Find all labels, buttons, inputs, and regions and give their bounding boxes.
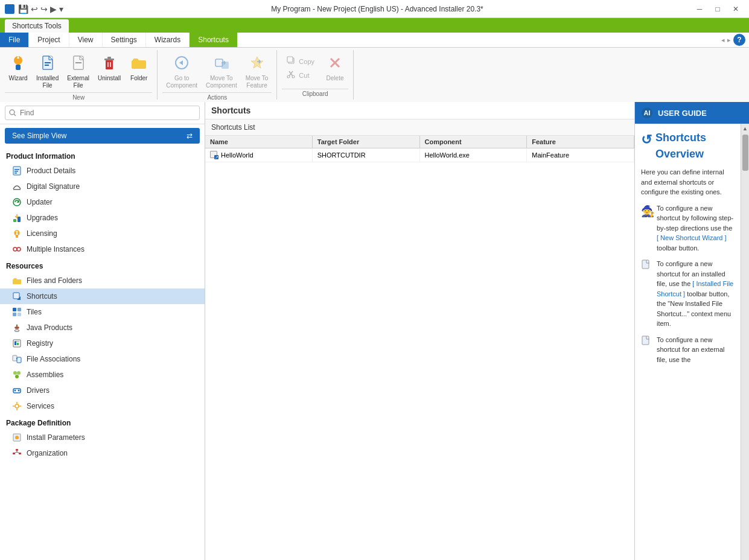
assemblies-icon <box>12 370 22 380</box>
assemblies-label: Assemblies <box>27 371 63 379</box>
search-box <box>0 102 205 124</box>
sidebar-item-assemblies[interactable]: Assemblies <box>0 367 205 383</box>
file-associations-icon <box>12 354 22 364</box>
svg-point-59 <box>15 404 19 408</box>
cut-label: Cut <box>299 72 309 79</box>
installed-file-button[interactable]: InstalledFile <box>33 52 62 91</box>
wizard-button[interactable]: Wizard <box>5 52 31 84</box>
sidebar-item-tiles[interactable]: Tiles <box>0 304 205 320</box>
tiles-label: Tiles <box>27 308 42 316</box>
guide-title-text: Shortcuts Overview <box>655 130 735 162</box>
svg-point-53 <box>13 371 17 375</box>
go-to-component-button[interactable]: Go toComponent <box>162 52 201 91</box>
redo-icon[interactable]: ↪ <box>40 4 48 14</box>
tab-wizards[interactable]: Wizards <box>146 33 190 47</box>
user-guide-label: USER GUIDE <box>658 109 707 118</box>
section-package-definition: Package Definition <box>0 414 205 430</box>
shortcuts-icon <box>12 291 22 301</box>
ribbon-group-actions: Go toComponent Move ToComponent Move ToF… <box>158 50 277 100</box>
dropdown-icon[interactable]: ▾ <box>59 4 63 14</box>
folder-button[interactable]: Folder <box>126 52 152 84</box>
external-file-button[interactable]: ExternalFile <box>63 52 93 91</box>
multiple-instances-label: Multiple Instances <box>27 245 84 253</box>
svg-point-55 <box>15 375 19 378</box>
shortcuts-label: Shortcuts <box>27 292 57 301</box>
svg-rect-36 <box>18 232 19 234</box>
content-title: Shortcuts <box>205 102 634 119</box>
save-icon[interactable]: 💾 <box>18 4 28 14</box>
close-button[interactable]: ✕ <box>727 3 744 15</box>
sidebar-item-licensing[interactable]: Licensing <box>0 226 205 241</box>
table-empty-area <box>205 162 634 560</box>
sidebar-item-digital-signature[interactable]: Digital Signature <box>0 179 205 194</box>
sidebar-item-updater[interactable]: Updater <box>0 194 205 210</box>
svg-rect-43 <box>13 313 16 316</box>
shortcuts-list-header: Shortcuts List <box>205 119 634 136</box>
tab-view[interactable]: View <box>69 33 103 47</box>
shortcuts-tools-tab[interactable]: Shortcuts Tools <box>5 19 69 33</box>
guide-scroll-thumb[interactable] <box>742 135 748 171</box>
col-name: Name <box>205 136 313 148</box>
undo-icon[interactable]: ↩ <box>31 4 38 14</box>
svg-rect-75 <box>642 336 649 345</box>
svg-rect-66 <box>16 449 18 451</box>
ribbon: Wizard InstalledFile ExternalFile <box>0 48 749 102</box>
uninstall-button[interactable]: Uninstall <box>94 52 124 84</box>
sidebar-item-organization[interactable]: Organization <box>0 445 205 461</box>
sidebar-item-files-and-folders[interactable]: Files and Folders <box>0 273 205 288</box>
go-to-component-label: Go toComponent <box>166 75 197 89</box>
drivers-label: Drivers <box>27 386 49 395</box>
tab-file[interactable]: File <box>0 33 29 47</box>
sidebar-item-services[interactable]: Services <box>0 398 205 414</box>
svg-rect-12 <box>110 62 111 67</box>
help-button[interactable]: ? <box>733 34 745 46</box>
simple-view-button[interactable]: See Simple View ⇄ <box>5 128 200 144</box>
sidebar-item-drivers[interactable]: Drivers <box>0 383 205 398</box>
sidebar-item-install-parameters[interactable]: Install Parameters <box>0 430 205 445</box>
move-to-feature-button[interactable]: Move ToFeature <box>242 52 272 91</box>
svg-point-45 <box>14 330 19 332</box>
tab-shortcuts[interactable]: Shortcuts <box>190 33 238 47</box>
move-to-component-icon <box>213 54 230 74</box>
cut-button[interactable]: Cut <box>282 69 318 81</box>
col-target-folder: Target Folder <box>313 136 420 148</box>
delete-icon <box>327 54 343 74</box>
scroll-left[interactable]: ◂ <box>721 36 725 44</box>
organization-label: Organization <box>27 449 68 457</box>
install-parameters-icon <box>12 433 22 442</box>
move-to-component-button[interactable]: Move ToComponent <box>202 52 241 91</box>
search-input[interactable] <box>5 106 200 120</box>
multiple-instances-icon <box>12 244 22 254</box>
delete-button[interactable]: Delete <box>322 52 348 84</box>
guide-scroll-up[interactable]: ▲ <box>741 124 749 133</box>
file-associations-label: File Associations <box>27 355 80 363</box>
minimize-button[interactable]: ─ <box>691 3 708 15</box>
copy-button[interactable]: Copy <box>282 55 318 68</box>
svg-point-37 <box>13 247 17 251</box>
installed-file-icon <box>39 54 56 74</box>
licensing-icon <box>12 229 22 238</box>
tab-project[interactable]: Project <box>29 33 69 47</box>
table-row[interactable]: ↗ HelloWorld SHORTCUTDIR HelloWorld.exe … <box>205 148 634 162</box>
maximize-button[interactable]: □ <box>709 3 726 15</box>
move-to-component-label: Move ToComponent <box>206 75 237 89</box>
sidebar-item-registry[interactable]: Registry <box>0 336 205 351</box>
registry-label: Registry <box>27 339 53 348</box>
sidebar-item-product-details[interactable]: Product Details <box>0 163 205 179</box>
move-to-feature-label: Move ToFeature <box>246 75 269 89</box>
tab-settings[interactable]: Settings <box>103 33 146 47</box>
svg-rect-1 <box>16 65 21 70</box>
sidebar-item-java-products[interactable]: Java Products <box>0 320 205 336</box>
sidebar-item-shortcuts[interactable]: Shortcuts <box>0 288 205 304</box>
svg-rect-32 <box>18 217 21 222</box>
sidebar-item-file-associations[interactable]: File Associations <box>0 351 205 367</box>
svg-rect-74 <box>642 260 649 269</box>
sidebar-item-upgrades[interactable]: Upgrades <box>0 210 205 226</box>
go-to-component-icon <box>173 54 190 74</box>
ribbon-new-items: Wizard InstalledFile ExternalFile <box>5 51 152 91</box>
digital-signature-label: Digital Signature <box>27 182 80 191</box>
scroll-right[interactable]: ▸ <box>727 36 731 44</box>
svg-rect-34 <box>16 235 18 238</box>
sidebar-item-multiple-instances[interactable]: Multiple Instances <box>0 241 205 257</box>
build-icon[interactable]: ▶ <box>50 4 57 14</box>
